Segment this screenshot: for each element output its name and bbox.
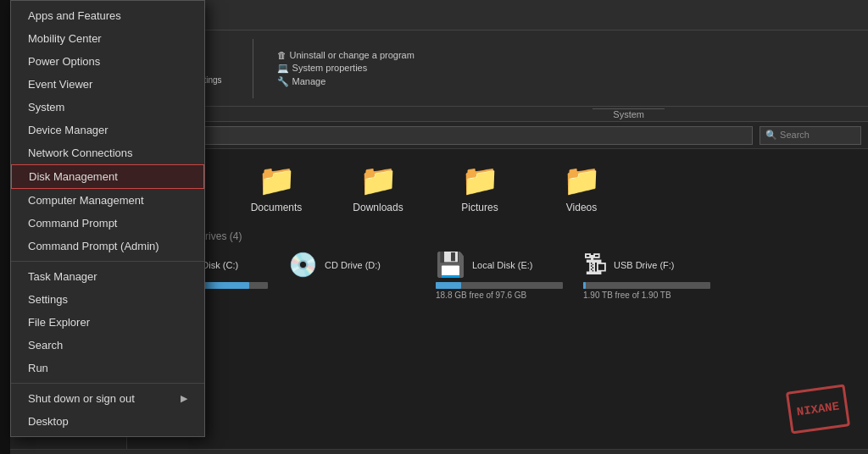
menu-item-label-run: Run bbox=[28, 362, 48, 374]
status-bar: 7 items bbox=[0, 449, 868, 454]
drives-grid: 💾 Local Disk (C:) of 366 GB 💿 CD Drive (… bbox=[141, 251, 854, 300]
menu-item-settings[interactable]: Settings bbox=[11, 288, 204, 311]
folder-videos-label: Videos bbox=[566, 202, 597, 213]
menu-item-command-prompt-admin[interactable]: Command Prompt (Admin) bbox=[11, 235, 204, 257]
drive-e-fill bbox=[436, 282, 461, 289]
menu-item-label-network-connections: Network Connections bbox=[28, 147, 133, 159]
menu-item-desktop[interactable]: Desktop bbox=[11, 410, 204, 433]
uninstall-action[interactable]: 🗑 Uninstall or change a program bbox=[277, 50, 415, 60]
menu-item-label-disk-management: Disk Management bbox=[29, 170, 118, 183]
menu-item-network-connections[interactable]: Network Connections bbox=[11, 141, 204, 164]
menu-item-shutdown[interactable]: Shut down or sign out▶ bbox=[11, 387, 204, 410]
folder-pictures-icon: 📁 bbox=[461, 163, 499, 198]
folders-grid: 📁 Desktop 📁 Documents 📁 Downloads 📁 Pict… bbox=[141, 163, 854, 213]
ribbon-divider-2 bbox=[253, 39, 253, 98]
manage-action[interactable]: 🔧 Manage bbox=[277, 76, 415, 87]
menu-item-label-command-prompt: Command Prompt bbox=[28, 217, 117, 230]
drive-e-label: Local Disk (E:) bbox=[472, 260, 533, 270]
menu-item-label-settings: Settings bbox=[28, 293, 68, 306]
menu-item-event-viewer[interactable]: Event Viewer bbox=[11, 73, 204, 96]
search-bar[interactable]: 🔍 Search bbox=[760, 126, 861, 145]
drive-d-header: 💿 CD Drive (D:) bbox=[288, 251, 381, 279]
folder-pictures-label: Pictures bbox=[461, 202, 498, 213]
menu-item-power-options[interactable]: Power Options bbox=[11, 50, 204, 73]
folder-downloads-icon: 📁 bbox=[359, 163, 398, 198]
menu-item-label-task-manager: Task Manager bbox=[28, 270, 97, 283]
folder-downloads[interactable]: 📁 Downloads bbox=[344, 163, 412, 213]
menu-item-task-manager[interactable]: Task Manager bbox=[11, 265, 204, 288]
drive-f-bar bbox=[583, 282, 710, 289]
folder-documents-icon: 📁 bbox=[258, 163, 296, 198]
drive-f-free: 1.90 TB free of 1.90 TB bbox=[583, 291, 671, 300]
nixane-text: NIXANE bbox=[796, 400, 840, 419]
drive-f-icon: 🗜 bbox=[583, 251, 607, 279]
menu-item-label-computer-management: Computer Management bbox=[28, 194, 144, 207]
ribbon-section-label: System bbox=[593, 108, 665, 119]
drive-e-icon: 💾 bbox=[436, 251, 465, 279]
nixane-stamp: NIXANE bbox=[786, 384, 850, 434]
menu-item-label-device-manager: Device Manager bbox=[28, 124, 108, 136]
menu-item-label-desktop: Desktop bbox=[28, 415, 69, 428]
menu-item-computer-management[interactable]: Computer Management bbox=[11, 189, 204, 212]
menu-item-apps-features[interactable]: Apps and Features bbox=[11, 4, 204, 27]
menu-item-mobility-center[interactable]: Mobility Center bbox=[11, 27, 204, 50]
folder-documents[interactable]: 📁 Documents bbox=[242, 163, 310, 213]
menu-item-label-shutdown: Shut down or sign out bbox=[28, 392, 135, 405]
menu-item-label-file-explorer: File Explorer bbox=[28, 316, 90, 329]
menu-separator bbox=[11, 261, 204, 262]
drives-section-title: Devices and drives (4) bbox=[141, 230, 854, 242]
drive-d[interactable]: 💿 CD Drive (D:) bbox=[288, 251, 415, 300]
drive-e-bar bbox=[436, 282, 563, 289]
uninstall-icon: 🗑 bbox=[277, 50, 287, 60]
folder-videos-icon: 📁 bbox=[563, 163, 601, 198]
menu-item-label-command-prompt-admin: Command Prompt (Admin) bbox=[28, 240, 159, 252]
menu-item-label-mobility-center: Mobility Center bbox=[28, 32, 102, 45]
taskbar-strip bbox=[0, 0, 10, 454]
drive-d-label: CD Drive (D:) bbox=[325, 260, 381, 270]
system-properties-action[interactable]: 💻 System properties bbox=[277, 63, 415, 74]
menu-item-device-manager[interactable]: Device Manager bbox=[11, 119, 204, 141]
system-icon: 💻 bbox=[277, 63, 289, 74]
menu-arrow-shutdown: ▶ bbox=[181, 393, 187, 404]
drive-e[interactable]: 💾 Local Disk (E:) 18.8 GB free of 97.6 G… bbox=[436, 251, 563, 300]
menu-item-label-apps-features: Apps and Features bbox=[28, 9, 121, 22]
drive-f[interactable]: 🗜 USB Drive (F:) 1.90 TB free of 1.90 TB bbox=[583, 251, 710, 300]
content-area: 📁 Desktop 📁 Documents 📁 Downloads 📁 Pict… bbox=[127, 149, 868, 449]
menu-item-label-search: Search bbox=[28, 339, 63, 352]
menu-item-label-power-options: Power Options bbox=[28, 55, 100, 68]
drive-e-free: 18.8 GB free of 97.6 GB bbox=[436, 291, 526, 300]
drive-d-icon: 💿 bbox=[288, 251, 318, 279]
context-menu: Apps and FeaturesMobility CenterPower Op… bbox=[10, 0, 205, 437]
menu-item-command-prompt[interactable]: Command Prompt bbox=[11, 212, 204, 235]
folder-downloads-label: Downloads bbox=[353, 202, 403, 213]
drive-f-header: 🗜 USB Drive (F:) bbox=[583, 251, 675, 279]
manage-icon: 🔧 bbox=[277, 76, 289, 87]
menu-item-disk-management[interactable]: Disk Management bbox=[11, 164, 204, 189]
menu-item-run[interactable]: Run bbox=[11, 357, 204, 379]
menu-item-system[interactable]: System bbox=[11, 96, 204, 119]
menu-item-file-explorer[interactable]: File Explorer bbox=[11, 311, 204, 334]
drive-f-fill bbox=[583, 282, 586, 289]
menu-item-label-event-viewer: Event Viewer bbox=[28, 78, 92, 91]
drive-e-header: 💾 Local Disk (E:) bbox=[436, 251, 533, 279]
menu-item-search[interactable]: Search bbox=[11, 334, 204, 357]
folder-pictures[interactable]: 📁 Pictures bbox=[446, 163, 514, 213]
menu-item-label-system: System bbox=[28, 101, 64, 114]
folder-documents-label: Documents bbox=[251, 202, 303, 213]
folder-videos[interactable]: 📁 Videos bbox=[548, 163, 615, 213]
ribbon-system-actions: 🗑 Uninstall or change a program 💻 System… bbox=[277, 50, 415, 87]
menu-separator bbox=[11, 383, 204, 384]
drive-f-label: USB Drive (F:) bbox=[614, 260, 675, 270]
